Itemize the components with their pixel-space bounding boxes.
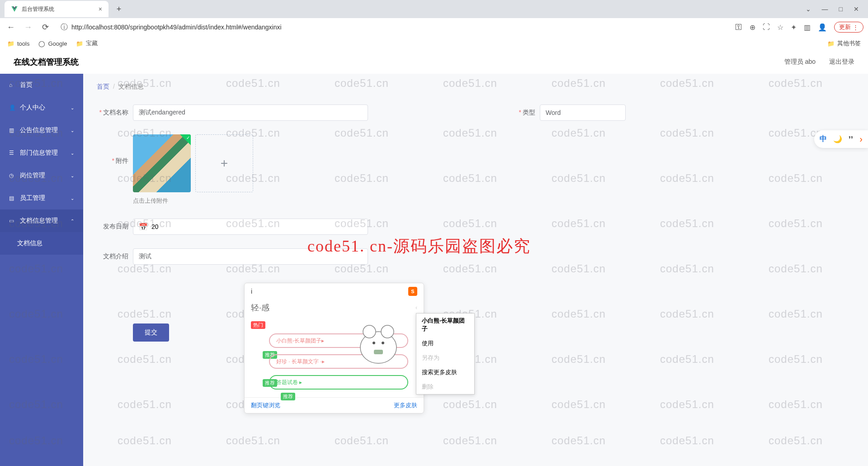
app-body: ⌂首页 👤个人中心⌄ ▥公告信息管理⌄ ☰部门信息管理⌄ ◷岗位管理⌄ ▤员工管… [0,51,868,466]
ime-input-text: i [251,288,252,295]
url-text: http://localhost:8080/springbootpkh49/ad… [71,24,726,31]
svg-point-1 [363,325,376,338]
maximize-icon[interactable]: □ [839,5,843,13]
ctx-search[interactable]: 搜索更多皮肤 [416,365,474,380]
type-label: *类型 [504,109,535,117]
url-bar-right: ⚿ ⊕ ⛶ ☆ ✦ ▥ 👤 更新 ⋮ [735,22,863,33]
ctx-use[interactable]: 使用 [416,336,474,351]
key-icon[interactable]: ⚿ [735,23,742,31]
browser-tab[interactable]: 后台管理系统 × [5,1,108,17]
sidebar-item-position[interactable]: ◷岗位管理⌄ [0,164,83,187]
google-icon: ◯ [38,40,45,47]
sidebar-item-home[interactable]: ⌂首页 [0,74,83,96]
doc-intro-label: 文档介绍 [97,252,128,261]
update-button[interactable]: 更新 ⋮ [834,22,863,33]
panel-icon[interactable]: ▥ [804,23,811,32]
chevron-up-icon: ⌃ [71,219,74,223]
site-info-icon[interactable]: ⓘ [61,23,68,32]
dropdown-icon[interactable]: ⌄ [806,5,811,13]
chevron-down-icon: ⌄ [71,196,74,201]
ime-more-skins-link[interactable]: 更多皮肤 [394,401,417,409]
close-icon[interactable]: × [99,5,102,13]
ctx-saveas: 另存为 [416,351,474,365]
bookmark-other[interactable]: 📁其他书签 [827,39,861,48]
sogou-icon[interactable]: S [408,287,417,296]
sidebar-item-docmgr[interactable]: ▭文档信息管理⌃ [0,209,83,232]
tab-bar: 后台管理系统 × + ⌄ — □ ✕ [0,0,868,18]
browser-chrome: 后台管理系统 × + ⌄ — □ ✕ ← → ⟳ ⓘ http://localh… [0,0,868,51]
ime-skins: 热门 小白熊-长草颜团子 ▸ 推荐 好珍 · 长草颜文字 · ▸ 推荐 答题试卷… [245,316,424,397]
submit-button[interactable]: 提交 [133,323,169,342]
minimize-icon[interactable]: — [822,5,828,13]
date-text[interactable] [151,223,362,230]
zoom-icon[interactable]: ⊕ [750,23,755,32]
bookmark-treasure[interactable]: 📁宝藏 [76,39,98,48]
pub-date-label: 发布日期 [97,223,128,231]
chevron-left-icon[interactable]: ‹ [415,304,417,311]
pub-date-input[interactable]: 📅 [133,219,368,235]
reload-button[interactable]: ⟳ [39,21,52,33]
ime-panel: i S 轻·感 ‹ 热门 小白熊-长草颜团子 ▸ 推荐 好珍 · 长草颜文字 ·… [244,283,424,414]
chevron-down-icon: ⌄ [71,128,74,133]
ime-context-menu: 小白熊-长草颜团子 使用 另存为 搜索更多皮肤 删除 [416,313,475,395]
svg-point-3 [373,342,375,344]
sidebar-item-personal[interactable]: 👤个人中心⌄ [0,96,83,119]
vue-icon [11,5,18,13]
lang-toggle[interactable]: 中 [820,134,827,144]
sidebar-item-notice[interactable]: ▥公告信息管理⌄ [0,119,83,142]
extensions-icon[interactable]: ✦ [791,23,797,32]
logout-link[interactable]: 退出登录 [829,58,854,66]
bookmark-google[interactable]: ◯Google [38,40,67,47]
hot-badge: 热门 [251,321,265,329]
main-content: 首页/文档信息 *文档名称 *类型 *附件 [83,74,868,466]
forward-button[interactable]: → [22,21,34,33]
calendar-icon: 📅 [139,223,148,231]
bookmark-tools[interactable]: 📁tools [7,40,29,47]
check-icon [180,134,191,145]
chevron-down-icon: ⌄ [71,105,74,110]
svg-point-4 [382,342,384,344]
moon-icon[interactable]: 🌙 [833,135,842,143]
upload-area: + [133,134,253,192]
window-controls: ⌄ — □ ✕ [806,5,868,13]
user-info[interactable]: 管理员 abo [784,58,816,66]
type-select[interactable] [540,105,626,121]
app-header: 在线文档管理系统 管理员 abo 退出登录 [0,51,868,73]
upload-preview[interactable] [133,134,191,192]
home-icon: ⌂ [9,82,15,88]
floating-toolbar: 中 🌙 ❜❜ › [814,130,868,148]
dept-icon: ☰ [9,150,15,156]
translate-icon[interactable]: ⛶ [763,23,770,31]
svg-point-2 [381,325,394,338]
sidebar-item-dept[interactable]: ☰部门信息管理⌄ [0,142,83,164]
folder-icon: 📁 [827,40,835,47]
folder-icon: 📁 [76,40,83,47]
star-icon[interactable]: ☆ [777,23,783,32]
ime-browse-link[interactable]: 翻页键浏览 [251,401,280,409]
ctx-delete: 删除 [416,380,474,394]
doc-icon: ▭ [9,218,15,224]
sidebar-item-staff[interactable]: ▤员工管理⌄ [0,187,83,209]
new-tab-button[interactable]: + [112,2,126,16]
sidebar: ⌂首页 👤个人中心⌄ ▥公告信息管理⌄ ☰部门信息管理⌄ ◷岗位管理⌄ ▤员工管… [0,74,83,466]
url-bar: ← → ⟳ ⓘ http://localhost:8080/springboot… [0,18,868,36]
sidebar-item-docinfo[interactable]: 文档信息 [0,232,83,255]
bear-illustration [351,316,406,370]
close-window-icon[interactable]: ✕ [854,5,859,13]
user-icon: 👤 [9,105,15,111]
doc-name-label: *文档名称 [97,109,128,117]
quote-icon[interactable]: ❜❜ [849,135,853,143]
breadcrumb-current: 文档信息 [118,83,144,90]
ctx-skin-title: 小白熊-长草颜团子 [416,314,474,336]
skin-option-3[interactable]: 答题试卷 ▸ [269,375,408,390]
url-field[interactable]: ⓘ http://localhost:8080/springbootpkh49/… [56,21,731,34]
upload-add-button[interactable]: + [195,134,253,192]
arrow-right-icon[interactable]: › [859,134,863,144]
ime-suggestion[interactable]: 轻·感 [251,302,269,313]
profile-icon[interactable]: 👤 [818,23,827,32]
doc-name-input[interactable] [133,105,368,121]
doc-intro-input[interactable] [133,248,368,265]
breadcrumb-home[interactable]: 首页 [97,83,109,90]
back-button[interactable]: ← [5,21,17,33]
staff-icon: ▤ [9,195,15,201]
